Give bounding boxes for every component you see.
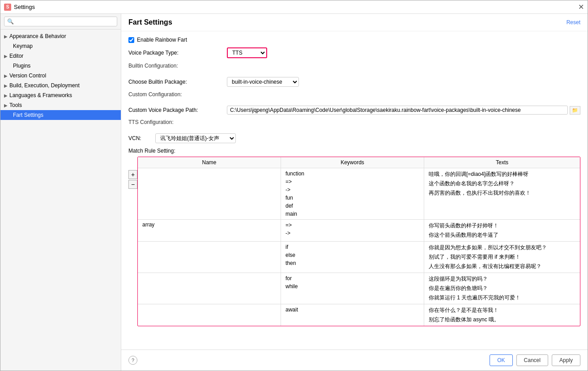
text-item: 你是在遍历你的鱼塘吗？ xyxy=(429,284,575,293)
row-texts[interactable]: 你写箭头函数的样子好帅呀！ 你这个箭头函数用的老牛逼了 xyxy=(424,220,580,241)
sidebar-item-editor[interactable]: ▶ Editor xyxy=(0,51,121,61)
title-bar: S Settings ✕ xyxy=(0,0,588,14)
sidebar-item-build[interactable]: ▶ Build, Execution, Deployment xyxy=(0,81,121,90)
sidebar-item-version-control[interactable]: ▶ Version Control xyxy=(0,71,121,81)
table-row: for while 这段循环是为我写的吗？ 你是在遍历你的鱼塘吗？ 你就算运行 … xyxy=(138,273,580,304)
texts-list: 你在等什么？是不是在等我！ 别忘了给函数体加 async 哦。 xyxy=(429,306,575,324)
remove-rule-button[interactable]: − xyxy=(128,180,137,189)
voice-package-type-label: Voice Package Type: xyxy=(128,50,227,56)
row-texts[interactable]: 你在等什么？是不是在等我！ 别忘了给函数体加 async 哦。 xyxy=(424,304,580,326)
text-item: 你就是因为想太多如果，所以才交不到女朋友吧？ xyxy=(429,243,575,252)
text-item: 这段循环是为我写的吗？ xyxy=(429,274,575,284)
sidebar-item-plugins[interactable]: Plugins xyxy=(0,61,121,71)
row-name[interactable]: array xyxy=(138,220,281,241)
arrow-icon: ▶ xyxy=(4,54,8,59)
table-buttons: + − xyxy=(128,157,137,326)
search-box xyxy=(0,14,121,30)
keyword-item: then xyxy=(285,259,419,267)
row-keywords[interactable]: if else then xyxy=(281,242,424,273)
row-keywords[interactable]: await xyxy=(281,304,424,326)
row-keywords[interactable]: for while xyxy=(281,273,424,304)
voice-package-type-select[interactable]: TTS Audio xyxy=(227,47,267,58)
sidebar-item-keymap[interactable]: Keymap xyxy=(0,41,121,51)
vcn-row: VCN: 讯飞玲姐姐(普通话)-女声 讯飞小燕(普通话)-女声 xyxy=(128,133,580,143)
arrow-icon: ▶ xyxy=(4,93,8,98)
builtin-package-select[interactable]: built-in-voice-chinese built-in-voice-en… xyxy=(227,77,299,87)
keywords-list: => -> xyxy=(285,221,419,237)
sidebar-item-label: Plugins xyxy=(13,63,30,69)
help-button[interactable]: ? xyxy=(128,356,137,365)
panel-title: Fart Settings xyxy=(128,18,172,26)
sidebar-item-tools[interactable]: ▶ Tools xyxy=(0,100,121,110)
search-input[interactable] xyxy=(4,17,117,26)
choose-builtin-label: Choose Builtin Package: xyxy=(128,79,227,85)
table-row: if else then 你就是因为想太多如果，所以才交不到女朋友吧？ 别试了，… xyxy=(138,242,580,273)
keyword-item: def xyxy=(285,202,419,210)
keyword-item: => xyxy=(285,178,419,186)
row-texts[interactable]: 你就是因为想太多如果，所以才交不到女朋友吧？ 别试了，我的可爱不需要用 if 来… xyxy=(424,242,580,273)
cancel-button[interactable]: Cancel xyxy=(516,354,548,366)
choose-builtin-row: Choose Builtin Package: built-in-voice-c… xyxy=(128,77,580,87)
custom-config-label: Custom Configuration: xyxy=(128,91,182,98)
sidebar-item-label: Version Control xyxy=(9,72,46,79)
row-name[interactable] xyxy=(138,242,281,273)
app-icon: S xyxy=(4,4,11,11)
sidebar-item-label: Fart Settings xyxy=(13,112,43,118)
text-item: 你写箭头函数的样子好帅呀！ xyxy=(429,221,575,230)
enable-fart-checkbox[interactable] xyxy=(128,37,134,43)
ok-button[interactable]: OK xyxy=(490,354,512,366)
row-keywords[interactable]: => -> xyxy=(281,220,424,241)
keyword-item: -> xyxy=(285,186,419,194)
row-keywords[interactable]: function => -> fun def main xyxy=(281,168,424,219)
custom-voice-path-input[interactable] xyxy=(227,106,568,115)
row-name[interactable] xyxy=(138,304,281,326)
table-body: function => -> fun def main xyxy=(138,168,580,326)
header-texts: Texts xyxy=(424,157,580,168)
row-name[interactable] xyxy=(138,168,281,219)
builtin-config-section: Builtin Configuration: xyxy=(128,63,580,72)
keywords-list: if else then xyxy=(285,243,419,267)
right-panel: Fart Settings Reset Enable Rainbow Fart … xyxy=(121,14,588,371)
close-button[interactable]: ✕ xyxy=(578,4,584,11)
folder-browse-button[interactable]: 📁 xyxy=(570,106,580,115)
sidebar-item-fart-settings[interactable]: Fart Settings xyxy=(0,110,121,120)
title-bar-left: S Settings xyxy=(4,4,35,11)
arrow-icon: ▶ xyxy=(4,83,8,88)
texts-list: 这段循环是为我写的吗？ 你是在遍历你的鱼塘吗？ 你就算运行 1 天也遍历不完我的… xyxy=(429,274,575,303)
settings-window: S Settings ✕ ▶ Appearance & Behavior Key… xyxy=(0,0,588,371)
keywords-list: for while xyxy=(285,274,419,290)
tts-config-section: TTS Configuration: xyxy=(128,119,580,129)
text-item: 别试了，我的可爱不需要用 if 来判断！ xyxy=(429,252,575,262)
window-title: Settings xyxy=(14,4,35,10)
keywords-list: await xyxy=(285,306,419,314)
sidebar: ▶ Appearance & Behavior Keymap ▶ Editor … xyxy=(0,14,121,371)
sidebar-item-label: Build, Execution, Deployment xyxy=(9,82,80,89)
main-content: ▶ Appearance & Behavior Keymap ▶ Editor … xyxy=(0,14,588,371)
keyword-item: => xyxy=(285,221,419,229)
keyword-item: -> xyxy=(285,229,419,237)
keyword-item: if xyxy=(285,243,419,251)
table-row: await 你在等什么？是不是在等我！ 别忘了给函数体加 async 哦。 xyxy=(138,304,580,326)
add-rule-button[interactable]: + xyxy=(128,170,137,179)
vcn-label: VCN: xyxy=(128,135,155,141)
text-item: 别忘了给函数体加 async 哦。 xyxy=(429,315,575,324)
texts-list: 哇哦，你的回调[=diao4]函数写的好棒棒呀 这个函数的命名我的名字怎么样呀？… xyxy=(429,170,575,198)
apply-button[interactable]: Apply xyxy=(552,354,580,366)
keyword-item: while xyxy=(285,282,419,290)
tts-config-label: TTS Configuration: xyxy=(128,119,174,125)
reset-link[interactable]: Reset xyxy=(567,19,580,26)
texts-list: 你就是因为想太多如果，所以才交不到女朋友吧？ 别试了，我的可爱不需要用 if 来… xyxy=(429,243,575,271)
sidebar-item-appearance[interactable]: ▶ Appearance & Behavior xyxy=(0,31,121,41)
sidebar-item-languages[interactable]: ▶ Languages & Frameworks xyxy=(0,90,121,100)
vcn-select[interactable]: 讯飞玲姐姐(普通话)-女声 讯飞小燕(普通话)-女声 xyxy=(155,133,236,143)
text-item: 人生没有那么多如果，有没有比编程更容易呢？ xyxy=(429,262,575,271)
sidebar-item-label: Editor xyxy=(9,53,23,59)
builtin-config-label: Builtin Configuration: xyxy=(128,63,178,69)
text-item: 你这个箭头函数用的老牛逼了 xyxy=(429,230,575,240)
sidebar-item-label: Tools xyxy=(9,102,22,108)
keyword-item: main xyxy=(285,210,419,218)
row-texts[interactable]: 这段循环是为我写的吗？ 你是在遍历你的鱼塘吗？ 你就算运行 1 天也遍历不完我的… xyxy=(424,273,580,304)
header-keywords: Keywords xyxy=(281,157,424,168)
row-name[interactable] xyxy=(138,273,281,304)
row-texts[interactable]: 哇哦，你的回调[=diao4]函数写的好棒棒呀 这个函数的命名我的名字怎么样呀？… xyxy=(424,168,580,219)
